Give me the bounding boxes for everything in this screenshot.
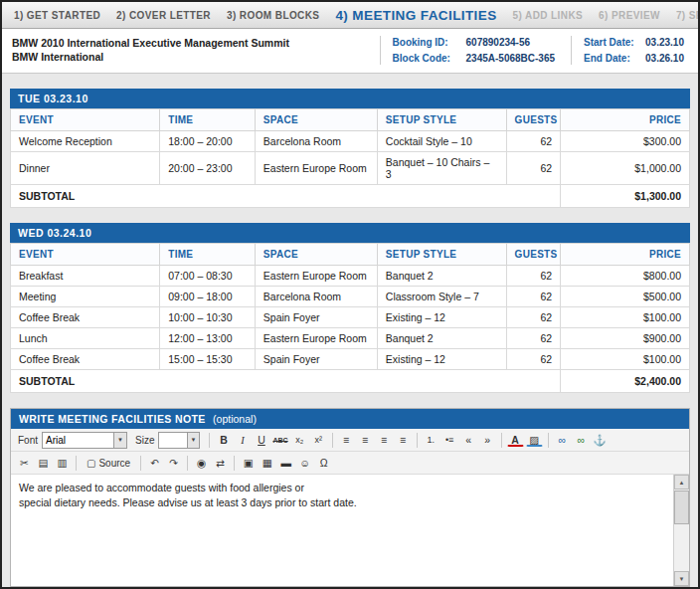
cell-guests: 62 bbox=[506, 349, 561, 370]
toolbar-separator bbox=[234, 456, 235, 471]
cell-time: 20:00 – 23:00 bbox=[160, 152, 256, 185]
size-select[interactable]: ▼ bbox=[158, 432, 200, 449]
underline-button[interactable]: U bbox=[253, 432, 269, 449]
find-icon[interactable]: ◉ bbox=[193, 455, 210, 472]
source-button[interactable]: ▢ Source bbox=[82, 456, 135, 471]
italic-button[interactable]: I bbox=[234, 432, 251, 449]
note-textarea[interactable]: We are pleased to accommodate guests wit… bbox=[11, 475, 673, 586]
note-body: We are pleased to accommodate guests wit… bbox=[11, 475, 689, 586]
col-price: PRICE bbox=[561, 244, 690, 266]
cell-space: Spain Foyer bbox=[255, 349, 377, 370]
font-label: Font bbox=[18, 435, 38, 446]
event-title: BMW 2010 International Executive Managem… bbox=[12, 36, 289, 50]
chevron-down-icon: ▼ bbox=[113, 433, 126, 448]
start-date-value: 03.23.10 bbox=[645, 37, 684, 49]
step-room-blocks[interactable]: 3) ROOM BLOCKS bbox=[227, 10, 319, 21]
horizontal-rule-icon[interactable]: ▬ bbox=[277, 455, 294, 472]
step-send: 7) SEND bbox=[676, 10, 700, 21]
subtotal-row: SUBTOTAL $2,400.00 bbox=[11, 370, 690, 393]
cell-guests: 62 bbox=[506, 266, 561, 287]
cell-space: Eastern Europe Room bbox=[255, 328, 377, 349]
background-color-button[interactable]: ▨ bbox=[526, 434, 543, 447]
toolbar-separator bbox=[417, 433, 418, 448]
replace-icon[interactable]: ⇄ bbox=[212, 455, 229, 472]
cell-event: Coffee Break bbox=[11, 349, 160, 370]
cut-icon[interactable]: ✂ bbox=[16, 455, 33, 472]
wizard-step-nav: 1) GET STARTED 2) COVER LETTER 3) ROOM B… bbox=[2, 2, 698, 29]
anchor-icon[interactable]: ⚓ bbox=[592, 432, 609, 449]
cell-setup: Classroom Style – 7 bbox=[377, 287, 506, 307]
paste-icon[interactable]: ▥ bbox=[54, 455, 71, 472]
font-select-value: Arial bbox=[46, 435, 66, 446]
smiley-icon[interactable]: ☺ bbox=[296, 455, 313, 472]
superscript-button[interactable]: x² bbox=[310, 432, 327, 449]
bullet-list-button[interactable]: •≡ bbox=[441, 432, 458, 449]
toolbar-separator bbox=[76, 456, 77, 471]
column-header-row: EVENT TIME SPACE SETUP STYLE GUESTS PRIC… bbox=[11, 109, 690, 131]
scrollbar-track[interactable] bbox=[674, 490, 689, 571]
text-color-button[interactable]: A bbox=[507, 434, 524, 447]
day-table-tuesday: TUE 03.23.10 EVENT TIME SPACE SETUP STYL… bbox=[10, 89, 690, 208]
undo-icon[interactable]: ↶ bbox=[146, 455, 163, 472]
cell-space: Barcelona Room bbox=[255, 287, 377, 307]
table-row: Coffee Break 15:00 – 15:30 Spain Foyer E… bbox=[11, 349, 690, 370]
numbered-list-button[interactable]: 1. bbox=[423, 432, 439, 449]
cell-price: $100.00 bbox=[561, 349, 690, 370]
cell-price: $100.00 bbox=[561, 307, 690, 328]
scrollbar-thumb[interactable] bbox=[674, 491, 689, 524]
redo-icon[interactable]: ↷ bbox=[165, 455, 182, 472]
cell-price: $800.00 bbox=[561, 266, 690, 287]
special-char-icon[interactable]: Ω bbox=[315, 455, 332, 472]
table-row: Meeting 09:00 – 18:00 Barcelona Room Cla… bbox=[11, 287, 690, 307]
cell-space: Barcelona Room bbox=[255, 131, 377, 152]
unlink-icon[interactable]: ∞ bbox=[573, 432, 590, 449]
align-left-icon[interactable]: ≡ bbox=[338, 432, 355, 449]
cell-guests: 62 bbox=[506, 307, 561, 328]
align-right-icon[interactable]: ≡ bbox=[376, 432, 393, 449]
col-event: EVENT bbox=[11, 109, 160, 131]
table-row: Welcome Reception 18:00 – 20:00 Barcelon… bbox=[11, 131, 690, 152]
copy-icon[interactable]: ▤ bbox=[35, 455, 52, 472]
step-preview: 6) PREVIEW bbox=[599, 10, 660, 21]
cell-time: 09:00 – 18:00 bbox=[160, 287, 256, 307]
step-add-links: 5) ADD LINKS bbox=[513, 10, 584, 21]
cell-time: 12:00 – 13:00 bbox=[160, 328, 256, 349]
day-table-wednesday: WED 03.24.10 EVENT TIME SPACE SETUP STYL… bbox=[10, 223, 690, 393]
step-cover-letter[interactable]: 2) COVER LETTER bbox=[116, 10, 211, 21]
cell-event: Dinner bbox=[11, 152, 160, 185]
toolbar-separator bbox=[332, 433, 333, 448]
indent-button[interactable]: » bbox=[479, 432, 496, 449]
bold-button[interactable]: B bbox=[215, 432, 232, 449]
insert-image-icon[interactable]: ▣ bbox=[240, 455, 257, 472]
strikethrough-button[interactable]: ABC bbox=[271, 432, 288, 449]
start-date-label: Start Date: bbox=[584, 37, 645, 49]
booking-id-value: 607890234-56 bbox=[466, 37, 531, 49]
source-button-label: Source bbox=[98, 458, 130, 469]
align-justify-icon[interactable]: ≡ bbox=[395, 432, 412, 449]
cell-event: Breakfast bbox=[11, 266, 160, 287]
col-time: TIME bbox=[160, 109, 256, 131]
subtotal-value: $2,400.00 bbox=[561, 370, 690, 393]
cell-event: Welcome Reception bbox=[11, 131, 160, 152]
step-meeting-facilities[interactable]: 4) MEETING FACILITIES bbox=[335, 8, 496, 23]
link-icon[interactable]: ∞ bbox=[554, 432, 571, 449]
toolbar-separator bbox=[501, 433, 502, 448]
insert-table-icon[interactable]: ▦ bbox=[259, 455, 275, 472]
block-code-value: 2345A-5068BC-365 bbox=[466, 53, 556, 65]
cell-time: 07:00 – 08:30 bbox=[160, 266, 256, 287]
scroll-up-button[interactable]: ▲ bbox=[674, 475, 689, 490]
align-center-icon[interactable]: ≡ bbox=[357, 432, 374, 449]
scroll-down-button[interactable]: ▼ bbox=[674, 571, 689, 586]
cell-guests: 62 bbox=[506, 131, 561, 152]
cell-setup: Existing – 12 bbox=[377, 349, 506, 370]
font-select[interactable]: Arial ▼ bbox=[42, 432, 127, 449]
col-guests: GUESTS bbox=[506, 109, 561, 131]
outdent-button[interactable]: « bbox=[460, 432, 477, 449]
source-icon: ▢ bbox=[87, 458, 95, 469]
subscript-button[interactable]: x₂ bbox=[291, 432, 308, 449]
cell-event: Meeting bbox=[11, 287, 160, 307]
col-space: SPACE bbox=[255, 109, 377, 131]
step-get-started[interactable]: 1) GET STARTED bbox=[14, 10, 100, 21]
scrollbar[interactable]: ▲ ▼ bbox=[673, 475, 689, 586]
cell-space: Spain Foyer bbox=[255, 307, 377, 328]
